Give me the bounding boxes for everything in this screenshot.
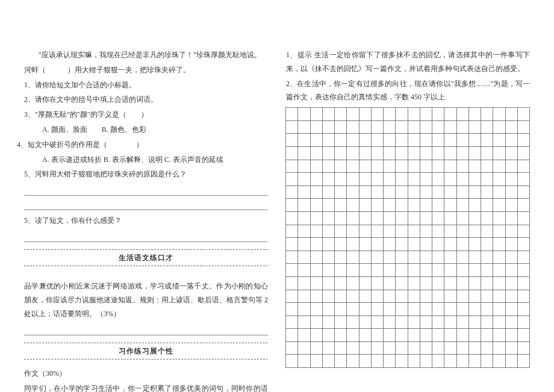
writing-grid-cell[interactable] [371,354,384,368]
writing-grid-cell[interactable] [322,185,335,199]
writing-grid-cell[interactable] [285,133,298,147]
writing-grid-cell[interactable] [297,316,310,329]
writing-grid-cell[interactable] [408,354,420,368]
writing-grid-cell[interactable] [322,133,335,147]
writing-grid-cell[interactable] [444,263,456,277]
writing-grid-cell[interactable] [346,198,359,212]
writing-grid-cell[interactable] [297,133,310,147]
writing-grid-cell[interactable] [420,211,432,225]
writing-grid-cell[interactable] [371,185,384,199]
writing-grid-cell[interactable] [408,172,420,186]
writing-grid-cell[interactable] [408,146,420,160]
writing-grid-cell[interactable] [395,316,408,329]
writing-grid-cell[interactable] [285,198,298,212]
writing-grid-cell[interactable] [395,198,408,212]
writing-grid-cell[interactable] [346,290,359,303]
writing-grid-cell[interactable] [517,146,530,160]
writing-grid-cell[interactable] [468,276,481,290]
writing-grid-cell[interactable] [297,211,310,225]
writing-grid-cell[interactable] [420,146,432,160]
writing-grid-cell[interactable] [432,107,444,121]
writing-grid-cell[interactable] [432,172,444,186]
writing-grid-cell[interactable] [493,225,505,238]
writing-grid-cell[interactable] [285,328,298,342]
writing-grid-cell[interactable] [334,316,347,329]
writing-grid-cell[interactable] [408,211,420,225]
writing-grid-cell[interactable] [517,120,530,134]
writing-grid-cell[interactable] [371,341,384,355]
writing-grid-cell[interactable] [444,302,456,316]
writing-grid-cell[interactable] [359,276,372,290]
writing-grid-cell[interactable] [420,133,432,147]
writing-grid-cell[interactable] [334,263,347,277]
writing-grid-cell[interactable] [420,198,432,212]
writing-grid-cell[interactable] [322,198,335,212]
writing-grid-cell[interactable] [517,341,530,355]
writing-grid-cell[interactable] [420,120,432,134]
writing-grid-cell[interactable] [408,290,420,303]
writing-grid-cell[interactable] [432,225,444,238]
writing-grid-cell[interactable] [395,290,408,303]
writing-grid-cell[interactable] [444,133,456,147]
writing-grid-cell[interactable] [493,302,505,316]
writing-grid-cell[interactable] [432,328,444,342]
writing-grid-cell[interactable] [481,290,493,303]
writing-grid-cell[interactable] [346,172,359,186]
writing-grid-cell[interactable] [505,237,518,251]
writing-grid-cell[interactable] [481,237,493,251]
writing-grid-cell[interactable] [468,237,481,251]
writing-grid-cell[interactable] [505,172,518,186]
writing-grid-cell[interactable] [346,225,359,238]
writing-grid-cell[interactable] [505,225,518,238]
writing-grid-cell[interactable] [371,133,384,147]
writing-grid-cell[interactable] [468,302,481,316]
writing-grid-cell[interactable] [493,107,505,121]
writing-grid-cell[interactable] [322,328,335,342]
writing-grid-cell[interactable] [371,146,384,160]
writing-grid-cell[interactable] [371,316,384,329]
writing-grid-cell[interactable] [517,354,530,368]
writing-grid-cell[interactable] [346,107,359,121]
writing-grid-cell[interactable] [285,146,298,160]
writing-grid-cell[interactable] [420,172,432,186]
writing-grid-cell[interactable] [310,211,323,225]
writing-grid-cell[interactable] [285,302,298,316]
writing-grid-cell[interactable] [420,302,432,316]
writing-grid-cell[interactable] [456,160,469,173]
writing-grid-cell[interactable] [371,120,384,134]
writing-grid-cell[interactable] [322,211,335,225]
writing-grid-cell[interactable] [346,302,359,316]
writing-grid-cell[interactable] [517,316,530,329]
writing-grid-cell[interactable] [395,120,408,134]
writing-grid-cell[interactable] [395,263,408,277]
writing-grid-cell[interactable] [493,160,505,173]
writing-grid-cell[interactable] [517,302,530,316]
writing-grid-cell[interactable] [481,172,493,186]
writing-grid-cell[interactable] [444,160,456,173]
writing-grid-cell[interactable] [395,276,408,290]
writing-grid-cell[interactable] [456,290,469,303]
writing-grid-cell[interactable] [456,211,469,225]
writing-grid-cell[interactable] [346,354,359,368]
writing-grid-cell[interactable] [481,225,493,238]
writing-grid-cell[interactable] [285,290,298,303]
writing-grid-cell[interactable] [420,354,432,368]
writing-grid-cell[interactable] [517,107,530,121]
writing-grid-cell[interactable] [334,250,347,264]
writing-grid-cell[interactable] [408,302,420,316]
writing-grid-cell[interactable] [505,263,518,277]
writing-grid-cell[interactable] [395,328,408,342]
writing-grid-cell[interactable] [444,198,456,212]
writing-grid-cell[interactable] [310,302,323,316]
writing-grid-cell[interactable] [395,146,408,160]
writing-grid-cell[interactable] [383,146,396,160]
writing-grid-cell[interactable] [408,133,420,147]
writing-grid-cell[interactable] [444,146,456,160]
writing-grid-cell[interactable] [334,160,347,173]
writing-grid-cell[interactable] [420,185,432,199]
writing-grid-cell[interactable] [493,263,505,277]
writing-grid-cell[interactable] [432,133,444,147]
writing-grid-cell[interactable] [456,185,469,199]
writing-grid-cell[interactable] [322,263,335,277]
writing-grid-cell[interactable] [456,107,469,121]
